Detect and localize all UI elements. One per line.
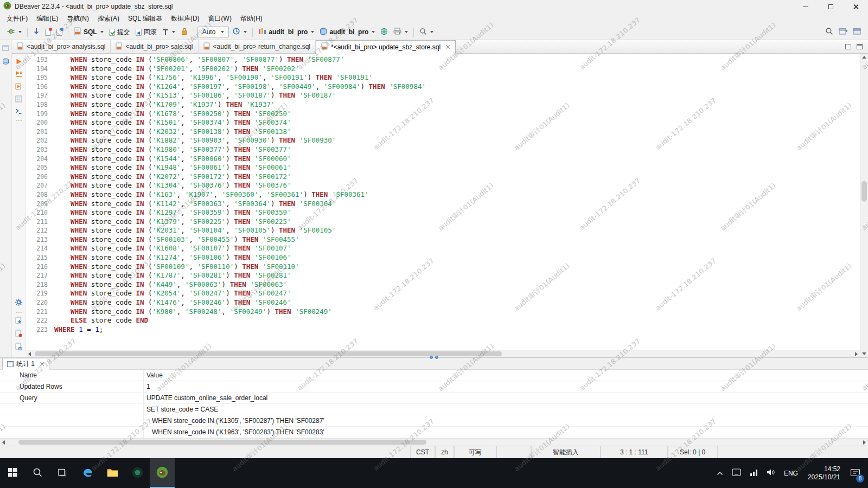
database-navigator-icon[interactable]	[2, 58, 9, 67]
code-line[interactable]: 200 WHEN store_code IN ('K1501', 'SF0037…	[26, 118, 860, 127]
code-line[interactable]: 201 WHEN store_code IN ('K2032', 'SF0013…	[26, 127, 860, 137]
globe-button[interactable]	[378, 26, 390, 38]
close-icon[interactable]	[40, 362, 44, 367]
tray-network-button[interactable]	[745, 458, 762, 488]
menu-help[interactable]: 帮助(H)	[236, 14, 267, 23]
pending-edit-blue-button[interactable]	[54, 27, 65, 37]
editor-horizontal-scrollbar[interactable]	[26, 350, 860, 357]
code-line[interactable]: 206 WHEN store_code IN ('K2072', 'SF0017…	[26, 172, 860, 182]
editor-vertical-scrollbar[interactable]	[860, 54, 868, 357]
connect-button[interactable]	[4, 25, 24, 39]
code-line[interactable]: 202 WHEN store_code IN ('K1882', 'SF0090…	[26, 136, 860, 145]
scroll-right-arrow-icon[interactable]	[855, 352, 858, 356]
tab-statistics[interactable]: 统计 1	[2, 358, 49, 370]
minimize-button[interactable]	[793, 0, 818, 13]
lock-button[interactable]	[178, 25, 190, 38]
code-line[interactable]: 213 WHEN store_code IN ('SF00103', 'SF00…	[26, 235, 860, 245]
scrollbar-thumb[interactable]	[861, 181, 867, 202]
code-line[interactable]: 214 WHEN store_code IN ('K1608', 'SF0010…	[26, 244, 860, 253]
action-center-button[interactable]: 8	[846, 458, 865, 488]
code-line[interactable]: 208 WHEN store_code IN ('K163', 'K1907',…	[26, 190, 860, 200]
results-horizontal-scrollbar[interactable]	[0, 438, 868, 446]
search-icon[interactable]	[825, 27, 833, 37]
open-perspective-icon[interactable]	[839, 28, 847, 37]
scroll-left-arrow-icon[interactable]	[28, 352, 31, 356]
start-button[interactable]	[0, 458, 25, 488]
column-header-name[interactable]: Name	[0, 370, 144, 381]
load-file-icon[interactable]	[15, 317, 22, 326]
tray-tablet-button[interactable]	[727, 458, 745, 488]
menu-window[interactable]: 窗口(W)	[204, 14, 236, 23]
code-line[interactable]: 209 WHEN store_code IN ('K1142', 'SF0036…	[26, 200, 860, 209]
tab-return-change-sql[interactable]: <audit_bi_pro> return_change.sql	[199, 40, 316, 53]
task-view-button[interactable]	[50, 458, 75, 488]
connection-selector[interactable]: audit_bi_pro	[256, 26, 316, 38]
dbeaver-taskbar-button[interactable]	[150, 458, 175, 488]
code-line[interactable]: 199 WHEN store_code IN ('K1678', 'SF0025…	[26, 110, 860, 119]
code-line[interactable]: 203 WHEN store_code IN ('K1980', 'SF0037…	[26, 145, 860, 155]
maximize-editor-icon[interactable]	[857, 44, 863, 49]
tab-sale-sql[interactable]: <audit_bi_pro> sale.sql	[111, 40, 198, 53]
code-line[interactable]: 217 WHEN store_code IN ('K1787', 'SF0028…	[26, 271, 860, 280]
new-sql-editor-button[interactable]: SQL	[72, 25, 106, 38]
scroll-right-arrow-icon[interactable]	[863, 440, 866, 445]
code-line[interactable]: 218 WHEN store_code IN ('K449', 'SF00063…	[26, 280, 860, 290]
scroll-down-arrow-icon[interactable]	[862, 352, 866, 355]
tray-input-language[interactable]: ENG	[780, 458, 802, 488]
close-button[interactable]	[843, 0, 868, 13]
code-line[interactable]: 204 WHEN store_code IN ('K1544', 'SF0006…	[26, 155, 860, 164]
export-data-icon[interactable]	[15, 343, 22, 352]
code-line[interactable]: 207 WHEN store_code IN ('K1304', 'SF0037…	[26, 181, 860, 190]
pending-edit-red-button[interactable]	[43, 27, 53, 37]
edge-browser-button[interactable]	[75, 458, 100, 488]
pinned-app-button[interactable]	[125, 458, 150, 488]
menu-search[interactable]: 搜索(A)	[93, 14, 124, 23]
results-row[interactable]: WHEN store_code IN ('K1963', 'SF00283') …	[0, 427, 868, 438]
execute-script-icon[interactable]	[15, 70, 22, 79]
save-file-icon[interactable]	[15, 330, 22, 339]
code-line[interactable]: 220 WHEN store_code IN ('K1476', 'SF0024…	[26, 298, 860, 307]
menu-file[interactable]: 文件(F)	[2, 14, 32, 23]
execute-statement-icon[interactable]	[15, 58, 22, 67]
code-line[interactable]: 194 WHEN store_code IN ('SF00201', 'SF00…	[26, 65, 860, 74]
maximize-button[interactable]	[818, 0, 843, 13]
results-row[interactable]: QueryUPDATE custom_online_sale_order_loc…	[0, 393, 868, 404]
taskbar-clock[interactable]: 14:52 2025/10/21	[802, 458, 846, 488]
toolbar-search-button[interactable]	[417, 26, 436, 38]
column-header-value[interactable]: Value	[144, 370, 868, 381]
scrollbar-thumb[interactable]	[18, 440, 426, 445]
code-line[interactable]: 215 WHEN store_code IN ('K1274', 'SF0010…	[26, 253, 860, 262]
tab-update-sbz-store-sql[interactable]: *<audit_bi_pro> update_sbz_store.sql	[316, 40, 456, 54]
code-line[interactable]: 221 WHEN store_code IN ('K980', 'SF00248…	[26, 307, 860, 317]
settings-gear-icon[interactable]	[15, 298, 23, 308]
code-area[interactable]: 193 WHEN store_code IN ('SF00806', 'SF00…	[26, 54, 860, 350]
scroll-left-arrow-icon[interactable]	[2, 440, 5, 445]
tray-volume-button[interactable]	[762, 458, 780, 488]
code-line[interactable]: 219 WHEN store_code IN ('K2054', 'SF0024…	[26, 289, 860, 298]
results-row[interactable]: Updated Rows1	[0, 381, 868, 393]
splitter-handle[interactable]	[430, 356, 438, 359]
code-line[interactable]: 205 WHEN store_code IN ('K1948', 'SF0006…	[26, 163, 860, 172]
output-button[interactable]	[391, 26, 410, 38]
dbeaver-logo-icon[interactable]	[3, 2, 11, 11]
explain-plan-icon[interactable]	[15, 95, 22, 104]
results-row[interactable]: WHEN store_code IN ('K1305', 'SF00287') …	[0, 415, 868, 427]
show-desktop-button[interactable]	[865, 458, 868, 488]
code-line[interactable]: 196 WHEN store_code IN ('K1264', 'SF0019…	[26, 82, 860, 92]
code-line[interactable]: 211 WHEN store_code IN ('K1379', 'SF0022…	[26, 217, 860, 227]
commit-mode-combo[interactable]: Auto	[197, 27, 229, 37]
tab-analysis-sql[interactable]: <audit_bi_pro> analysis.sql	[12, 40, 111, 53]
code-line[interactable]: 193 WHEN store_code IN ('SF00806', 'SF00…	[26, 55, 860, 65]
code-line[interactable]: 222 ELSE store_code END	[26, 316, 860, 325]
close-icon[interactable]	[445, 44, 450, 49]
schema-selector[interactable]: audit_bi_pro	[317, 26, 377, 38]
code-line[interactable]: 216 WHEN store_code IN ('SF00109', 'SF00…	[26, 262, 860, 272]
menu-edit[interactable]: 编辑(E)	[32, 14, 62, 23]
transaction-log-button[interactable]	[160, 27, 177, 37]
code-line[interactable]: 197 WHEN store_code IN ('K1513', 'SF0018…	[26, 91, 860, 100]
code-line[interactable]: 195 WHEN store_code IN ('K1756', 'K1996'…	[26, 73, 860, 82]
terminal-icon[interactable]	[15, 108, 22, 116]
menu-database[interactable]: 数据库(D)	[167, 14, 204, 23]
code-line[interactable]: 223WHERE 1 = 1;	[26, 325, 860, 335]
tray-show-hidden-icons[interactable]	[712, 458, 727, 488]
